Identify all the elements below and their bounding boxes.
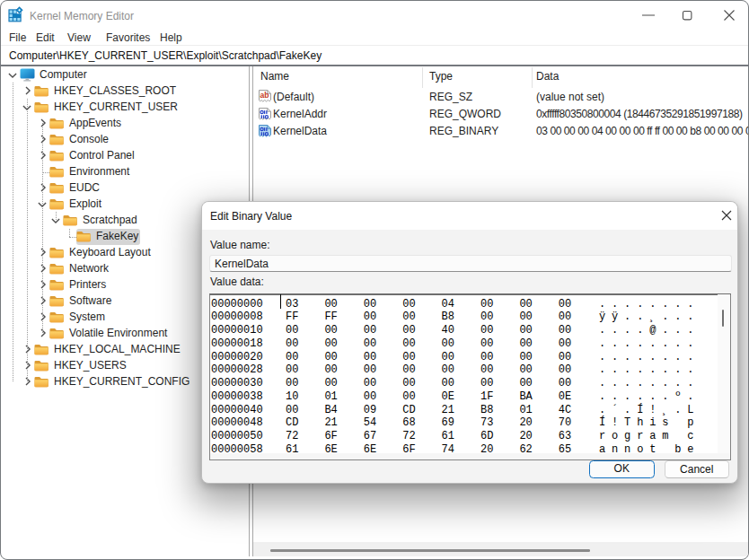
svg-text:ab: ab [260, 91, 269, 100]
